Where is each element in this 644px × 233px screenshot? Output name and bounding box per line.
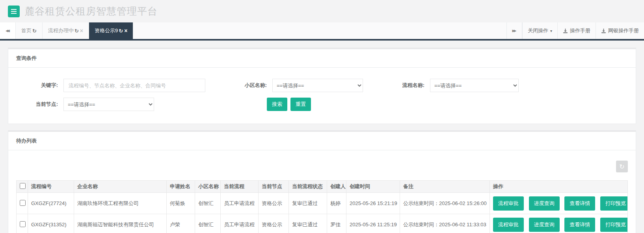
reset-button[interactable]: 重置 — [290, 98, 311, 111]
close-operations-menu[interactable]: 关闭操作 ▾ — [522, 22, 557, 39]
column-header-current-process: 当前流程 — [221, 181, 259, 193]
tab-qualification-publicity[interactable]: 资格公示9 ↻ × — [89, 22, 133, 39]
menu-button[interactable] — [8, 6, 20, 17]
tab-bar: ◀◀ 首页 ↻ 流程办理中 ↻ × 资格公示9 ↻ × ▶▶ 关闭操作 ▾ 操作… — [0, 22, 644, 41]
progress-query-button[interactable]: 进度查询 — [529, 218, 560, 232]
refresh-icon[interactable]: ↻ — [119, 28, 123, 34]
cell-created-at: 2025-05-26 11:25:19 — [346, 214, 400, 233]
cell-operations: 流程审批 进度查询 查看详情 打印预览 — [490, 214, 628, 233]
current-node-select[interactable]: ==请选择== — [63, 98, 154, 111]
process-approve-button[interactable]: 流程审批 — [493, 218, 524, 232]
table-header-row: 流程编号 企业名称 申请姓名 小区名称 当前流程 当前节点 当前流程状态 创建人… — [17, 181, 628, 193]
hamburger-icon — [11, 11, 17, 12]
keyword-label: 关键字: — [16, 82, 63, 89]
cell-remark: 公示结束时间：2025-06-02 11:33:03 — [400, 214, 490, 233]
column-header-creator: 创建人 — [327, 181, 346, 193]
tab-label: 资格公示9 — [95, 27, 118, 34]
page-title: 麓谷租赁公租房智慧管理平台 — [24, 5, 158, 18]
tab-process-handling[interactable]: 流程办理中 ↻ × — [43, 22, 89, 39]
cell-created-at: 2025-05-26 15:21:19 — [346, 193, 400, 214]
tab-label: 流程办理中 — [48, 27, 74, 34]
tab-label: 首页 — [21, 27, 32, 34]
column-header-created-at: 创建时间 — [346, 181, 400, 193]
column-header-remark: 备注 — [400, 181, 490, 193]
cell-remark: 公示结束时间：2025-06-02 15:26:00 — [400, 193, 490, 214]
table-refresh-button[interactable]: ↻ — [616, 161, 628, 172]
double-chevron-right-icon: ▶▶ — [512, 29, 516, 33]
cell-company: 湖南斯福迈智能科技有限责任公司 — [74, 214, 167, 233]
double-chevron-left-icon: ◀◀ — [6, 29, 9, 33]
close-operations-label: 关闭操作 — [528, 27, 548, 34]
view-details-button[interactable]: 查看详情 — [564, 218, 595, 232]
reload-icon: ↻ — [619, 163, 624, 170]
cell-status: 复审已通过 — [289, 193, 327, 214]
current-node-label: 当前节点: — [16, 101, 63, 108]
caret-down-icon: ▾ — [550, 29, 552, 33]
print-preview-button[interactable]: 打印预览 — [600, 218, 628, 232]
cell-operations: 流程审批 进度查询 查看详情 打印预览 — [490, 193, 628, 214]
row-checkbox[interactable] — [20, 221, 26, 227]
cell-applicant: 何菊焕 — [167, 193, 195, 214]
progress-query-button[interactable]: 进度查询 — [529, 196, 560, 211]
cell-process-no: GXGZF(31352) — [28, 214, 74, 233]
process-name-label: 流程名称: — [363, 82, 430, 89]
keyword-input[interactable] — [63, 79, 205, 92]
tab-home[interactable]: 首页 ↻ — [16, 22, 43, 39]
refresh-icon[interactable]: ↻ — [32, 28, 37, 34]
column-header-status: 当前流程状态 — [289, 181, 327, 193]
tabbar-spacer — [133, 22, 506, 39]
search-button[interactable]: 搜索 — [267, 98, 287, 111]
download-icon — [601, 28, 606, 33]
table-row: GXGZF(27724) 湖南玖恪环境工程有限公司 何菊焕 创智汇 员工申请流程… — [17, 193, 628, 214]
cell-creator: 杨婷 — [327, 193, 346, 214]
query-panel-title: 查询条件 — [8, 49, 636, 68]
select-all-checkbox[interactable] — [20, 183, 26, 189]
cell-status: 复审已通过 — [289, 214, 327, 233]
cell-community: 创智汇 — [195, 193, 221, 214]
tabs-scroll-right-button[interactable]: ▶▶ — [506, 22, 522, 39]
column-header-current-node: 当前节点 — [259, 181, 289, 193]
todo-table: 流程编号 企业名称 申请姓名 小区名称 当前流程 当前节点 当前流程状态 创建人… — [16, 180, 628, 233]
table-row: GXGZF(31352) 湖南斯福迈智能科技有限责任公司 卢荣 创智汇 员工申请… — [17, 214, 628, 233]
cell-current-process: 员工申请流程 — [221, 193, 259, 214]
process-name-select[interactable]: ==请选择== — [430, 79, 519, 92]
todo-panel: 待办列表 ↻ 流程编号 企业名称 申请姓名 — [8, 130, 636, 233]
query-form: 关键字: 小区名称: ==请选择== 流程名称: ==请选择== 当前节点: =… — [8, 68, 636, 124]
bank-manual-label: 网银操作手册 — [608, 27, 639, 34]
close-icon[interactable]: × — [80, 28, 83, 34]
view-details-button[interactable]: 查看详情 — [564, 196, 595, 211]
column-header-applicant: 申请姓名 — [167, 181, 195, 193]
print-preview-button[interactable]: 打印预览 — [600, 196, 628, 211]
app-header: 麓谷租赁公租房智慧管理平台 — [0, 0, 644, 22]
close-icon[interactable]: × — [124, 28, 127, 34]
cell-current-process: 员工申请流程 — [221, 214, 259, 233]
cell-current-node: 资格公示 — [259, 214, 289, 233]
column-header-process-no: 流程编号 — [28, 181, 74, 193]
todo-panel-title: 待办列表 — [8, 132, 636, 150]
cell-current-node: 资格公示 — [259, 193, 289, 214]
todo-list-body: ↻ 流程编号 企业名称 申请姓名 小区名称 当前流程 — [8, 150, 636, 233]
manual-label: 操作手册 — [570, 27, 590, 34]
cell-process-no: GXGZF(27724) — [28, 193, 74, 214]
tabs-scroll-left-button[interactable]: ◀◀ — [0, 22, 16, 39]
column-header-operations: 操作 — [490, 181, 628, 193]
community-select[interactable]: ==请选择== — [272, 79, 363, 92]
column-header-community: 小区名称 — [195, 181, 221, 193]
cell-company: 湖南玖恪环境工程有限公司 — [74, 193, 167, 214]
query-panel: 查询条件 关键字: 小区名称: ==请选择== 流程名称: ==请选择== 当前… — [8, 48, 636, 124]
manual-download-link[interactable]: 操作手册 — [557, 22, 596, 39]
download-icon — [563, 28, 568, 33]
table-toolbar: ↻ — [16, 150, 628, 180]
query-buttons: 搜索 重置 — [267, 98, 311, 111]
row-checkbox[interactable] — [20, 200, 26, 206]
community-label: 小区名称: — [205, 82, 272, 89]
process-approve-button[interactable]: 流程审批 — [493, 196, 524, 211]
cell-creator: 罗佳 — [327, 214, 346, 233]
refresh-icon[interactable]: ↻ — [74, 28, 79, 34]
cell-applicant: 卢荣 — [167, 214, 195, 233]
main-content: 查询条件 关键字: 小区名称: ==请选择== 流程名称: ==请选择== 当前… — [0, 41, 644, 233]
bank-manual-download-link[interactable]: 网银操作手册 — [596, 22, 644, 39]
cell-community: 创智汇 — [195, 214, 221, 233]
column-header-company: 企业名称 — [74, 181, 167, 193]
